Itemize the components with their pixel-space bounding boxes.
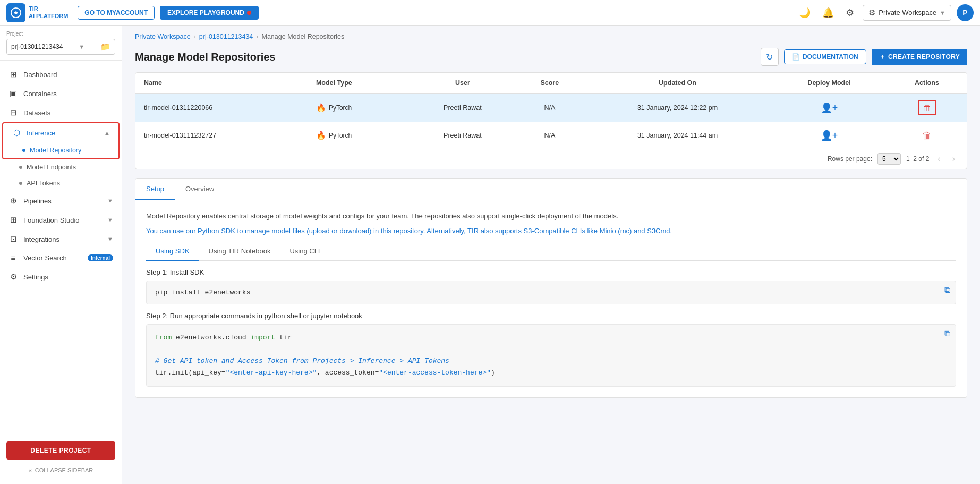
collapse-sidebar-button[interactable]: « COLLAPSE SIDEBAR (6, 463, 115, 478)
pagination-prev-button[interactable]: ‹ (934, 153, 943, 165)
project-id: prj-013011213434 (11, 43, 63, 50)
step2-label: Step 2: Run appropriate commands in pyth… (146, 312, 956, 320)
sdk-tabs: Using SDK Using TIR Notebook Using CLI (146, 242, 956, 261)
breadcrumb-sep: › (194, 33, 196, 40)
step1-code: pip install e2enetworks (155, 288, 250, 296)
code-keyword: from (155, 334, 172, 342)
sdk-tab-using-tir-notebook[interactable]: Using TIR Notebook (199, 242, 280, 261)
row-score: N/A (516, 122, 584, 149)
sidebar-item-datasets[interactable]: ⊟ Datasets (0, 103, 122, 122)
dot-icon (19, 166, 22, 169)
delete-row-button[interactable]: 🗑 (918, 100, 936, 115)
code-line-blank (155, 344, 947, 355)
setup-body: Model Repository enables central storage… (135, 200, 967, 397)
tab-setup[interactable]: Setup (135, 179, 175, 200)
breadcrumb-current: Manage Model Repositories (262, 33, 345, 40)
pytorch-icon: 🔥 (316, 131, 326, 140)
containers-icon: ▣ (8, 89, 18, 98)
sidebar-item-api-tokens[interactable]: API Tokens (0, 175, 122, 191)
sdk-link[interactable]: You can use our Python SDK to manage mod… (146, 227, 672, 235)
refresh-button[interactable]: ↻ (761, 48, 779, 66)
delete-row-button[interactable]: 🗑 (919, 129, 935, 142)
internal-badge: Internal (88, 254, 113, 261)
dot-icon (19, 182, 22, 185)
workspace-label: Private Workspace (879, 9, 936, 16)
sidebar-item-label: Vector Search (23, 254, 79, 262)
go-to-myaccount-button[interactable]: GO TO MYACCOUNT (78, 6, 155, 20)
rows-per-page-select[interactable]: 5 10 25 (877, 153, 901, 165)
chevron-down-icon: ▼ (79, 44, 84, 50)
sidebar-item-model-repository[interactable]: Model Repository (3, 142, 118, 158)
integrations-icon: ⊡ (8, 234, 18, 244)
sidebar-item-label: Settings (23, 273, 113, 281)
sidebar-item-foundation-studio[interactable]: ⊞ Foundation Studio ▼ (0, 210, 122, 230)
breadcrumb-sep: › (256, 33, 258, 40)
sidebar-item-settings[interactable]: ⚙ Settings (0, 267, 122, 286)
code-text: tir.init(api_key= (155, 369, 226, 377)
model-type-label: PyTorch (329, 104, 352, 112)
project-selector-area: Project prj-013011213434 ▼ 📁 (0, 26, 122, 61)
notifications-button[interactable]: 🔔 (819, 4, 837, 22)
deploy-model-button[interactable]: 👤+ (817, 101, 841, 115)
page-title: Manage Model Repositories (135, 51, 755, 63)
delete-project-button[interactable]: DELETE PROJECT (6, 441, 115, 460)
sidebar-item-label: Datasets (23, 109, 113, 117)
pytorch-icon: 🔥 (316, 103, 326, 113)
sidebar-sub-label: Model Endpoints (27, 164, 76, 171)
create-repository-button[interactable]: ＋ CREATE REPOSITORY (872, 49, 967, 65)
setup-description: Model Repository enables central storage… (146, 211, 956, 222)
sdk-tab-using-sdk[interactable]: Using SDK (146, 242, 199, 261)
sidebar-item-pipelines[interactable]: ⊕ Pipelines ▼ (0, 191, 122, 210)
datasets-icon: ⊟ (8, 108, 18, 117)
sidebar-item-label: Inference (27, 129, 99, 137)
project-dropdown[interactable]: prj-013011213434 ▼ 📁 (6, 39, 115, 55)
step1-code-block: pip install e2enetworks ⧉ (146, 281, 956, 304)
logo-area: TIR AI PLATFORM (6, 3, 68, 22)
sidebar-item-model-endpoints[interactable]: Model Endpoints (0, 159, 122, 175)
model-repositories-table: Name Model Type User Score Updated On De… (135, 72, 967, 169)
sidebar-item-dashboard[interactable]: ⊞ Dashboard (0, 65, 122, 84)
explore-playground-button[interactable]: EXPLORE PLAYGROUND (160, 6, 259, 20)
step2-code-block: from e2enetworks.cloud import tir # Get … (146, 324, 956, 387)
table-row: tir-model-01311220066 🔥 PyTorch Preeti R… (135, 94, 967, 122)
sidebar-item-integrations[interactable]: ⊡ Integrations ▼ (0, 230, 122, 249)
breadcrumb-project[interactable]: prj-013011213434 (199, 33, 253, 40)
row-model-type: 🔥 PyTorch (308, 122, 410, 149)
sidebar-bottom: DELETE PROJECT « COLLAPSE SIDEBAR (0, 435, 122, 484)
col-user: User (410, 73, 515, 94)
deploy-model-button[interactable]: 👤+ (817, 129, 841, 142)
sidebar-sub-label: Model Repository (30, 147, 81, 154)
collapse-icon: « (29, 467, 32, 473)
pagination-next-button[interactable]: › (949, 153, 958, 165)
sdk-tab-using-cli[interactable]: Using CLI (280, 242, 329, 261)
tab-overview[interactable]: Overview (175, 179, 225, 200)
sidebar-item-label: Containers (23, 90, 113, 98)
sidebar-item-containers[interactable]: ▣ Containers (0, 84, 122, 103)
code-line-init: tir.init(api_key="<enter-api-key-here>",… (155, 367, 947, 379)
row-actions: 🗑 (887, 94, 967, 122)
breadcrumb-workspace[interactable]: Private Workspace (135, 33, 191, 40)
avatar-button[interactable]: P (957, 4, 974, 21)
dashboard-icon: ⊞ (8, 70, 18, 79)
copy-step2-button[interactable]: ⧉ (944, 329, 950, 338)
chevron-down-icon: ▼ (107, 198, 113, 204)
documentation-label: DOCUMENTATION (803, 53, 858, 61)
inference-icon: ⬡ (12, 128, 21, 138)
topnav: TIR AI PLATFORM GO TO MYACCOUNT EXPLORE … (0, 0, 980, 26)
pipelines-icon: ⊕ (8, 196, 18, 206)
refresh-icon: ↻ (766, 52, 773, 62)
row-deploy: 👤+ (771, 122, 887, 149)
main-content: Private Workspace › prj-013011213434 › M… (122, 26, 980, 484)
documentation-button[interactable]: 📄 DOCUMENTATION (784, 49, 866, 64)
sidebar-item-vector-search[interactable]: ≡ Vector Search Internal (0, 249, 122, 267)
row-actions: 🗑 (887, 122, 967, 149)
sidebar-item-inference[interactable]: ⬡ Inference ▲ (3, 123, 118, 142)
dark-mode-toggle[interactable]: 🌙 (796, 4, 814, 22)
copy-step1-button[interactable]: ⧉ (944, 285, 950, 295)
rows-per-page-label: Rows per page: (828, 155, 872, 163)
vector-search-icon: ≡ (8, 253, 18, 262)
playground-badge (247, 11, 251, 15)
settings-button[interactable]: ⚙ (842, 4, 857, 22)
col-name: Name (135, 73, 308, 94)
workspace-selector[interactable]: ⚙ Private Workspace ▼ (863, 5, 951, 21)
